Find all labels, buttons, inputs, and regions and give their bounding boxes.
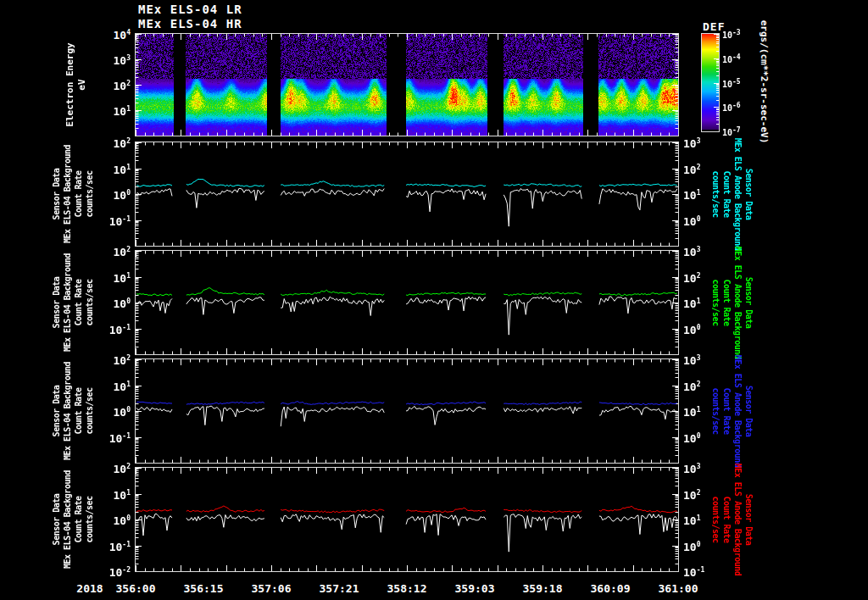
panel-right-axis-label: Sensor Data MEx ELS Anode Background Cou…	[710, 355, 754, 468]
x-axis-time-label: 357:06	[237, 582, 305, 595]
line-panel-canvas-1	[136, 142, 678, 246]
colorbar-tick-label: 10-5	[722, 78, 741, 89]
panel-right-axis-label: Sensor Data MEx ELS Anode Background Cou…	[710, 464, 754, 576]
colorbar-tick-label: 10-4	[722, 53, 741, 64]
colorbar-unit-wrap: ergs/(cm**2-sr-sec-eV)	[743, 19, 787, 143]
panel-left-axis-label-wrap: Sensor Data MEx ELS-04 Background Count …	[29, 142, 117, 246]
x-axis-time-label: 358:12	[373, 582, 441, 595]
x-axis-time-label: 360:09	[576, 582, 644, 595]
x-axis-time-label: 357:21	[305, 582, 373, 595]
plot-page: { "header": { "title_lr": "MEx ELS-04 LR…	[0, 0, 868, 600]
colorbar-tick-label: 10-6	[722, 102, 741, 113]
plot-title-hr: MEx ELS-04 HR	[138, 17, 242, 31]
panel-right-axis-label-wrap: Sensor Data MEx ELS Anode Background Cou…	[700, 251, 765, 354]
colorbar-gradient-canvas	[702, 34, 719, 131]
panel-left-axis-label: Sensor Data MEx ELS-04 Background Count …	[51, 362, 95, 460]
spectrogram-y-axis-label: Electron Energy eV	[64, 42, 88, 126]
panel-left-axis-label-wrap: Sensor Data MEx ELS-04 Background Count …	[29, 468, 117, 571]
line-panel-canvas-3	[136, 359, 678, 463]
plot-title-lr: MEx ELS-04 LR	[138, 3, 242, 16]
x-axis-time-label: 359:18	[509, 582, 576, 595]
panel-left-axis-label-wrap: Sensor Data MEx ELS-04 Background Count …	[29, 359, 117, 463]
panel-left-axis-label: Sensor Data MEx ELS-04 Background Count …	[51, 253, 95, 352]
panel-right-axis-label-wrap: Sensor Data MEx ELS Anode Background Cou…	[700, 359, 765, 463]
panel-left-axis-label-wrap: Sensor Data MEx ELS-04 Background Count …	[29, 251, 117, 354]
panel-left-axis-label: Sensor Data MEx ELS-04 Background Count …	[51, 470, 95, 569]
spectrogram-y-axis-label-wrap: Electron Energy eV	[44, 34, 108, 136]
panel-right-axis-label: Sensor Data MEx ELS Anode Background Cou…	[710, 247, 754, 359]
x-axis-time-label: 356:00	[102, 582, 170, 595]
spectrogram-canvas	[136, 34, 678, 136]
x-axis-time-label: 361:00	[644, 582, 712, 595]
panel-right-axis-label-wrap: Sensor Data MEx ELS Anode Background Cou…	[700, 142, 765, 246]
colorbar-tick-label: 10-3	[722, 29, 741, 40]
colorbar-unit-label: ergs/(cm**2-sr-sec-eV)	[760, 19, 771, 143]
panel-left-axis-label: Sensor Data MEx ELS-04 Background Count …	[51, 145, 95, 243]
panel-right-axis-label-wrap: Sensor Data MEx ELS Anode Background Cou…	[700, 468, 765, 571]
line-panel-canvas-2	[136, 251, 678, 354]
x-axis-time-label: 359:03	[441, 582, 509, 595]
line-panel-canvas-4	[136, 468, 678, 571]
panel-right-axis-label: Sensor Data MEx ELS Anode Background Cou…	[710, 138, 754, 251]
x-axis-time-label: 356:15	[170, 582, 237, 595]
